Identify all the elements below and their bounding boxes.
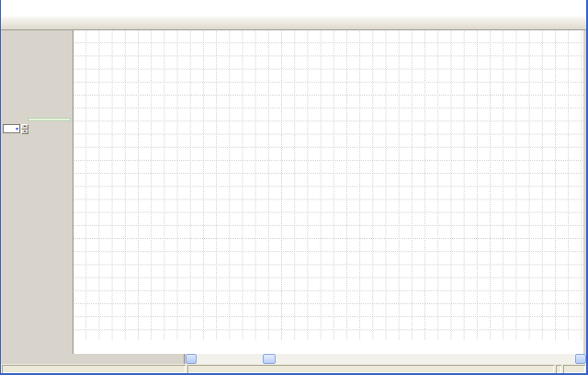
status-extra-value [563,365,585,373]
status-message [2,365,186,373]
spinner-down-icon[interactable]: ▼ [21,130,28,135]
status-spacer [187,365,554,373]
plot-area[interactable] [73,30,583,354]
probe-ratio-select[interactable]: ▼ [3,124,20,133]
scrollbar-filler [1,354,185,364]
scrollbar-thumb[interactable] [263,354,276,364]
channel-panel: ▼ ▲ ▼ [1,30,73,354]
scrollbar-track[interactable] [197,354,575,364]
main-area: ▼ ▲ ▼ [1,30,586,354]
status-bar [1,364,586,373]
probe-row: ▼ ▲ ▼ [3,124,28,133]
logo-strip [1,0,586,17]
probe-spinner[interactable]: ▲ ▼ [21,124,28,133]
app-window: ▼ ▲ ▼ [0,0,588,375]
scroll-left-button[interactable] [186,354,197,364]
cursor-readout [28,118,71,121]
scroll-right-button[interactable] [575,354,586,364]
toolbar [1,17,586,30]
horizontal-scrollbar[interactable] [186,354,586,364]
status-time [556,365,561,373]
chevron-down-icon: ▼ [15,125,19,132]
oscilloscope-traces [74,30,584,354]
scrollbar-row [1,354,586,364]
